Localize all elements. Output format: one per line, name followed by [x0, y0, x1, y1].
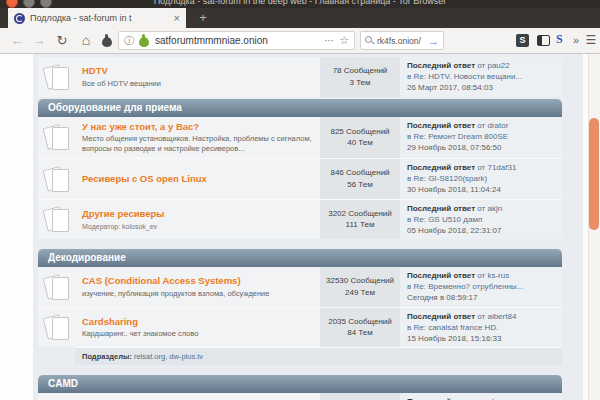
search-input[interactable]: rk4fs.onion/ — [377, 36, 428, 46]
board-lastpost-cell: Последний ответ от drator в Re: Ремонт D… — [400, 117, 562, 158]
lastpost-user-link[interactable]: от drator — [475, 121, 508, 130]
lastpost-label: Последний ответ — [407, 61, 475, 70]
board-icon-cell — [38, 393, 75, 400]
board-info-cell: Cardsharing Кардшаринг.. чет знакомое сл… — [75, 308, 320, 348]
tab-active[interactable]: Подлодка - sat-forum in t × — [8, 8, 186, 28]
board-topics-count: 84 Тем — [347, 327, 373, 339]
site-info-icon[interactable]: ⓘ — [124, 34, 134, 48]
board-pages-icon — [45, 206, 69, 232]
board-lastpost-cell: Последний ответ от akjn в Re: GS U510 да… — [400, 200, 562, 240]
category-title: Декодирование — [48, 252, 126, 263]
hamburger-menu-icon[interactable]: ☰ — [584, 28, 598, 53]
onion-site-icon — [137, 33, 151, 48]
page-actions-icon[interactable]: ⋯ — [324, 35, 334, 46]
torbutton-onion-icon[interactable] — [100, 33, 114, 48]
tab-close-icon[interactable]: × — [174, 12, 180, 24]
board-info-cell: mpcs для ADSL модемов и роутеров Модерат… — [75, 393, 320, 400]
board-stats-cell: 846 Сообщений 56 Тем — [320, 159, 400, 199]
board-pages-icon — [45, 166, 69, 192]
home-icon[interactable]: ⌂ — [77, 28, 95, 53]
category-title: CAMD — [48, 378, 78, 389]
board-row: mpcs для ADSL модемов и роутеров Модерат… — [38, 393, 562, 400]
category-header: Оборудование для приема — [38, 99, 562, 117]
board-lastpost-cell: Последний ответ от pau22 в Re: HDTV. Нов… — [400, 57, 562, 97]
lastpost-topic-link[interactable]: в Re: GS U510 дамп — [407, 215, 482, 224]
board-description: Все об HDTV вещании — [82, 79, 313, 89]
board-link[interactable]: Другие ресиверы — [82, 208, 313, 220]
board-lastpost-cell: Последний ответ от ks-rus в Re: Временно… — [400, 267, 562, 307]
subboards-links[interactable]: relsat.org, dw-plus.tv — [132, 352, 203, 361]
board-pages-icon — [45, 124, 69, 150]
url-bar[interactable]: ⓘ satforumtmmmniae.onion ⋯ ☆ — [118, 31, 355, 50]
window-title: Подлодка - sat-forum in the deep web - Г… — [0, 0, 600, 6]
extension-s-icon[interactable]: S — [556, 32, 563, 47]
board-lastpost-cell: Последний ответ от plus в Re: Вопрос по … — [400, 393, 562, 400]
board-icon-cell — [38, 200, 75, 240]
board-link[interactable]: CAS (Conditional Access Systems) — [82, 275, 313, 287]
lastpost-user-link[interactable]: от ks-rus — [475, 271, 509, 280]
forum-wrapper: HDTV Все об HDTV вещании 78 Сообщений 3 … — [33, 54, 583, 400]
tab-favicon-icon — [14, 13, 25, 24]
tab-title-fade — [146, 8, 168, 28]
search-go-icon[interactable]: → — [428, 35, 439, 47]
overflow-chevron-icon[interactable]: » — [569, 28, 583, 53]
board-icon-cell — [38, 267, 75, 307]
lastpost-user-link[interactable]: от albert84 — [475, 312, 516, 321]
board-icon-cell — [38, 159, 75, 199]
lastpost-date: 05 Ноябрь 2018, 22:31:07 — [407, 226, 501, 235]
board-topics-count: 249 Тем — [345, 287, 375, 299]
board-posts-count: 825 Сообщений — [330, 126, 389, 138]
forward-icon[interactable]: → — [30, 28, 48, 53]
board-info-cell: CAS (Conditional Access Systems) изучени… — [75, 267, 320, 307]
board-topics-count: 56 Тем — [347, 179, 373, 191]
board-info-cell: HDTV Все об HDTV вещании — [75, 57, 320, 97]
noscript-icon[interactable]: S — [516, 34, 529, 47]
board-pages-icon — [45, 274, 69, 300]
lastpost-user-link[interactable]: от pau22 — [475, 61, 510, 70]
board-row: У нас уже стоит, а у Вас? Место общения … — [38, 117, 562, 158]
board-link[interactable]: У нас уже стоит, а у Вас? — [82, 121, 313, 133]
search-bar[interactable]: rk4fs.onion/ → — [360, 31, 444, 50]
board-posts-count: 78 Сообщений — [333, 65, 388, 77]
board-stats-cell: 32530 Сообщений 249 Тем — [320, 267, 400, 307]
lastpost-date: 26 Март 2017, 08:54:03 — [407, 83, 493, 92]
board-posts-count: 3202 Сообщений — [328, 208, 392, 220]
board-info-cell: Ресиверы с OS open Linux — [75, 159, 320, 199]
board-link[interactable]: Cardsharing — [82, 316, 313, 328]
new-tab-button[interactable]: + — [194, 8, 212, 28]
board-description: изучение, публикация продуктов взлома, о… — [82, 289, 313, 299]
board-link[interactable]: HDTV — [82, 65, 313, 77]
lastpost-topic-link[interactable]: в Re: GI-S8120(spark) — [407, 174, 487, 183]
lastpost-topic-link[interactable]: в Re: Ремонт Dream 800SE — [407, 132, 508, 141]
board-info-cell: Другие ресиверы Модератор: kolosok_ev — [75, 200, 320, 240]
forum-board-list: HDTV Все об HDTV вещании 78 Сообщений 3 … — [38, 57, 562, 400]
board-description: Кардшаринг.. чет знакомое слово — [82, 329, 313, 339]
browser-window: Подлодка - sat-forum in the deep web - Г… — [0, 0, 600, 400]
lastpost-user-link[interactable]: от 71daf31 — [475, 163, 516, 172]
lastpost-user-link[interactable]: от akjn — [475, 204, 502, 213]
sidebar-panel-icon[interactable] — [537, 35, 550, 46]
tab-bar: Подлодка - sat-forum in t × + — [0, 8, 600, 28]
lastpost-label: Последний ответ — [407, 312, 475, 321]
lastpost-topic-link[interactable]: в Re: canalsat france HD. — [407, 323, 498, 332]
lastpost-topic-link[interactable]: в Re: Временно? отрубленны... — [407, 282, 523, 291]
board-row: Cardsharing Кардшаринг.. чет знакомое сл… — [38, 307, 562, 348]
lastpost-date: 29 Ноябрь 2018, 07:56:50 — [407, 143, 501, 152]
url-text[interactable]: satforumtmmmniae.onion — [155, 35, 324, 46]
board-stats-cell: 825 Сообщений 40 Тем — [320, 117, 400, 158]
back-icon[interactable]: ← — [8, 28, 26, 53]
subboards-row: Подразделы: relsat.org, dw-plus.tv — [75, 347, 562, 365]
subboards-label: Подразделы: — [82, 352, 132, 361]
bookmark-star-icon[interactable]: ☆ — [339, 34, 349, 47]
scrollbar-thumb[interactable] — [589, 118, 599, 230]
board-pages-icon — [45, 314, 69, 340]
board-stats-cell: 733 Сообщений 36 Тем — [320, 393, 400, 400]
board-stats-cell: 2035 Сообщений 84 Тем — [320, 308, 400, 348]
category-header: Декодирование — [38, 249, 562, 267]
board-row: HDTV Все об HDTV вещании 78 Сообщений 3 … — [38, 57, 562, 97]
board-stats-cell: 78 Сообщений 3 Тем — [320, 57, 400, 97]
reload-icon[interactable]: ↻ — [53, 28, 71, 53]
scrollbar-track[interactable] — [588, 54, 600, 400]
lastpost-topic-link[interactable]: в Re: HDTV. Новости вещани... — [407, 72, 522, 81]
board-link[interactable]: Ресиверы с OS open Linux — [82, 173, 313, 185]
